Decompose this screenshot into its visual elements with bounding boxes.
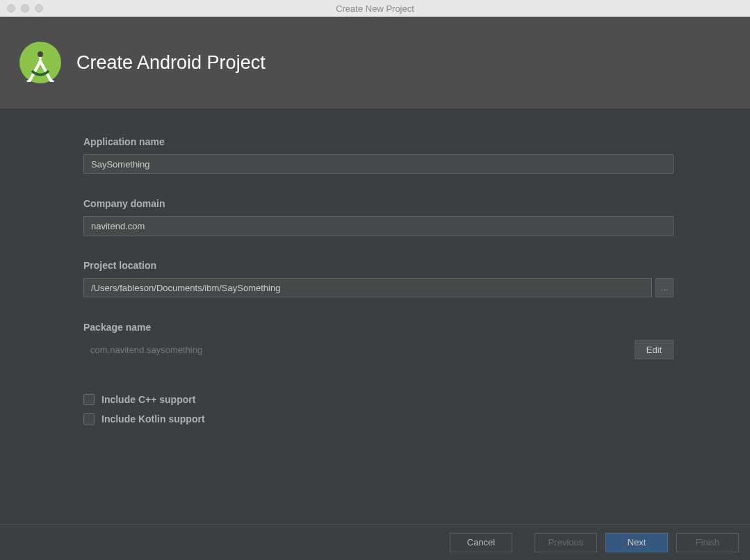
app-name-input[interactable] (83, 154, 674, 174)
company-domain-input[interactable] (83, 216, 674, 236)
form-content: Application name Company domain Project … (0, 108, 750, 447)
kotlin-support-label[interactable]: Include Kotlin support (101, 413, 205, 425)
app-name-group: Application name (83, 136, 674, 174)
kotlin-support-checkbox[interactable] (83, 413, 95, 425)
company-domain-group: Company domain (83, 198, 674, 236)
cpp-support-row: Include C++ support (83, 394, 674, 405)
package-name-value: com.navitend.saysomething (83, 345, 202, 355)
cpp-support-checkbox[interactable] (83, 394, 95, 405)
header-banner: Create Android Project (0, 17, 750, 108)
package-name-group: Package name com.navitend.saysomething E… (83, 322, 674, 359)
close-window-icon[interactable] (7, 4, 15, 13)
window-title: Create New Project (336, 3, 414, 14)
previous-button[interactable]: Previous (535, 533, 597, 552)
maximize-window-icon[interactable] (35, 4, 43, 13)
kotlin-support-row: Include Kotlin support (83, 413, 674, 425)
svg-point-0 (38, 51, 43, 57)
cancel-button[interactable]: Cancel (450, 533, 512, 552)
app-name-label: Application name (83, 136, 674, 147)
window-controls (0, 4, 43, 13)
support-options: Include C++ support Include Kotlin suppo… (83, 394, 674, 425)
android-studio-logo-icon (18, 40, 63, 85)
cpp-support-label[interactable]: Include C++ support (101, 394, 195, 405)
svg-line-2 (30, 61, 40, 81)
edit-package-button[interactable]: Edit (635, 340, 674, 359)
wizard-footer: Cancel Previous Next Finish (0, 524, 750, 560)
titlebar: Create New Project (0, 0, 750, 17)
minimize-window-icon[interactable] (21, 4, 29, 13)
project-location-input[interactable] (83, 278, 652, 297)
finish-button[interactable]: Finish (676, 533, 739, 552)
page-title: Create Android Project (76, 52, 266, 74)
browse-button[interactable]: … (655, 278, 674, 297)
svg-line-3 (40, 61, 51, 81)
company-domain-label: Company domain (83, 198, 674, 209)
project-location-group: Project location … (83, 260, 674, 297)
next-button[interactable]: Next (605, 533, 668, 552)
package-name-label: Package name (83, 322, 674, 333)
project-location-label: Project location (83, 260, 674, 271)
